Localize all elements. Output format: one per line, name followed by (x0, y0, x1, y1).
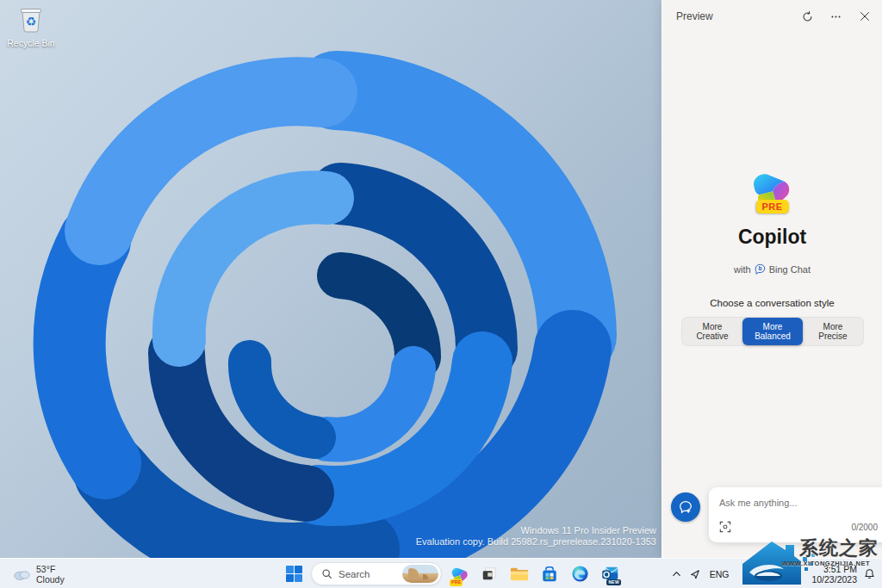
recycle-bin-shortcut[interactable]: ♻ Recycle Bin (7, 5, 55, 48)
watermark-line1: Windows 11 Pro Insider Preview (416, 525, 656, 536)
clock[interactable]: 3:51 PM 10/23/2023 (808, 564, 860, 585)
chat-input-card: 0/2000 (709, 487, 882, 542)
conversation-style-heading: Choose a conversation style (662, 298, 882, 308)
tray-time: 3:51 PM (811, 564, 857, 574)
language-indicator[interactable]: ENG (705, 562, 735, 586)
search-label: Search (339, 569, 396, 579)
tray-date: 10/23/2023 (811, 574, 857, 585)
copilot-title: Copilot (662, 226, 882, 249)
recycle-bin-label: Recycle Bin (7, 38, 55, 48)
recycle-bin-icon: ♻ (18, 5, 44, 33)
cloud-icon (12, 567, 31, 581)
start-button[interactable] (281, 561, 307, 587)
taskbar: 53°F Cloudy Search (0, 558, 882, 588)
weather-temperature: 53°F (36, 564, 65, 574)
bell-icon (864, 568, 875, 579)
microsoft-store-icon (541, 566, 558, 583)
edge-icon (571, 565, 589, 583)
screenshot-capture-icon[interactable] (719, 521, 731, 533)
svg-text:♻: ♻ (26, 15, 37, 28)
copilot-pre-mini-badge: PRE (450, 579, 463, 586)
file-explorer-icon (510, 566, 529, 582)
notification-center-button[interactable] (860, 562, 882, 586)
outlook-button[interactable]: NEW (597, 561, 623, 587)
taskbar-copilot-button[interactable]: PRE (446, 561, 472, 587)
close-icon[interactable] (857, 9, 873, 24)
copilot-subtitle: with b Bing Chat (662, 263, 882, 275)
taskbar-center: Search PRE (281, 560, 623, 587)
windows-desktop-screen: ♻ Recycle Bin Windows 11 Pro Insider Pre… (0, 0, 882, 588)
conversation-style-selector: More Creative More Balanced More Precise (681, 317, 864, 346)
copilot-input-area: 0/2000 (662, 487, 882, 548)
chevron-up-icon (672, 569, 681, 579)
weather-condition: Cloudy (36, 574, 65, 585)
widgets-weather-button[interactable]: 53°F Cloudy (5, 560, 71, 587)
refresh-icon[interactable] (799, 9, 815, 24)
copilot-header: Preview (662, 0, 882, 33)
new-chat-icon (678, 499, 693, 515)
system-tray: ENG 3:51 PM 10/23/2023 (668, 560, 882, 587)
wallpaper-bloom-graphic (0, 0, 662, 558)
ask-input[interactable] (719, 498, 882, 508)
file-explorer-button[interactable] (506, 561, 532, 587)
task-view-icon (481, 566, 498, 583)
svg-text:b: b (758, 265, 761, 271)
copilot-logo: PRE (748, 169, 797, 219)
new-topic-button[interactable] (671, 492, 700, 522)
outlook-new-badge: NEW (606, 579, 621, 585)
style-more-balanced[interactable]: More Balanced (742, 318, 803, 345)
style-more-creative[interactable]: More Creative (682, 318, 742, 345)
desktop-wallpaper: ♻ Recycle Bin Windows 11 Pro Insider Pre… (0, 0, 662, 558)
subtitle-prefix: with (734, 264, 751, 275)
task-view-button[interactable] (476, 561, 502, 587)
location-arrow-icon (690, 569, 700, 579)
search-icon (321, 568, 332, 579)
more-options-icon[interactable] (828, 9, 843, 24)
microsoft-store-button[interactable] (537, 561, 562, 587)
bing-chat-icon: b (755, 263, 766, 275)
copilot-panel: Preview (662, 0, 882, 558)
insider-build-watermark: Windows 11 Pro Insider Preview Evaluatio… (416, 525, 656, 548)
search-highlight-image (402, 565, 438, 583)
hidden-icons-chevron[interactable] (668, 562, 686, 586)
style-more-precise[interactable]: More Precise (803, 318, 863, 345)
search-box[interactable]: Search (311, 562, 442, 585)
pre-badge: PRE (755, 200, 788, 214)
character-counter: 0/2000 (851, 523, 878, 532)
edge-button[interactable] (567, 561, 593, 587)
windows-logo-icon (285, 565, 303, 583)
subtitle-brand: Bing Chat (769, 264, 811, 275)
preview-label: Preview (676, 10, 713, 22)
location-in-use-indicator[interactable] (686, 562, 705, 586)
watermark-line2: Evaluation copy. Build 25982.rs_prerelea… (416, 536, 656, 548)
